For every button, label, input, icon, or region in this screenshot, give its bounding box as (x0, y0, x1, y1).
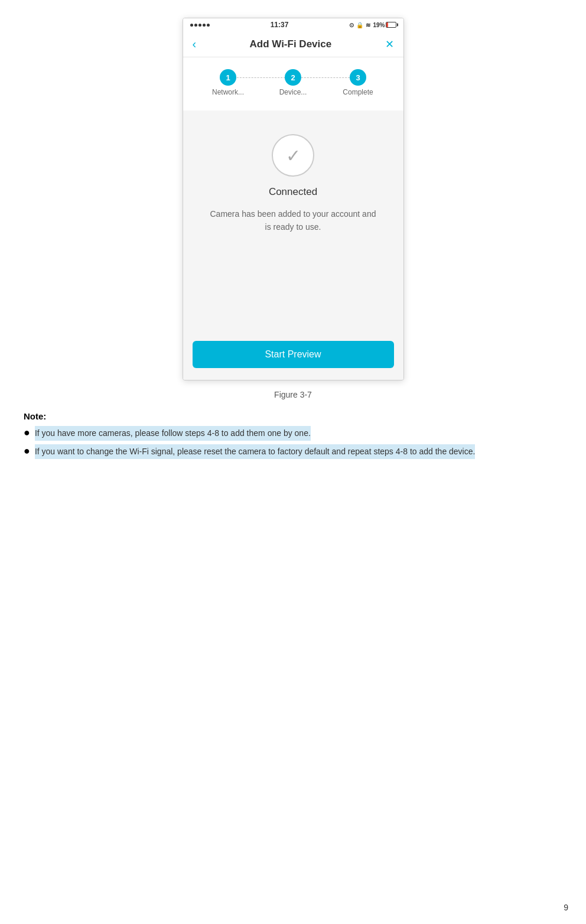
check-circle: ✓ (272, 134, 314, 177)
battery-percent: 19% (373, 22, 385, 28)
content-area: ✓ Connected Camera has been added to you… (183, 110, 403, 335)
back-button[interactable]: ‹ (193, 37, 197, 51)
status-time: 11:37 (271, 21, 289, 29)
step-1: 1 Network... (196, 69, 261, 96)
step-1-circle: 1 (220, 69, 236, 86)
nav-bar: ‹ Add Wi-Fi Device ✕ (183, 31, 403, 57)
status-bar: 11:37 ⊙ 🔒 ≋ 19% (183, 18, 403, 31)
note-item-1: ● If you have more cameras, please follo… (24, 426, 562, 441)
step-3-label: Complete (343, 88, 373, 96)
step-1-number: 1 (226, 73, 230, 82)
note-text-2: If you want to change the Wi-Fi signal, … (35, 444, 476, 459)
description-text: Camera has been added to your account an… (195, 207, 392, 234)
note-title: Note: (24, 411, 562, 421)
connected-status: Connected (269, 186, 317, 198)
bullet-2: ● (24, 443, 30, 459)
step-2: 2 Device... (261, 69, 325, 96)
bullet-1: ● (24, 425, 30, 441)
location-icon: ⊙ (349, 22, 354, 28)
wifi-icon: ≋ (366, 22, 370, 28)
step-2-circle: 2 (285, 69, 301, 86)
note-item-2: ● If you want to change the Wi-Fi signal… (24, 444, 562, 459)
close-button[interactable]: ✕ (385, 38, 394, 51)
step-1-label: Network... (212, 88, 244, 96)
checkmark-icon: ✓ (286, 145, 301, 166)
step-3-circle: 3 (350, 69, 366, 86)
steps-row: 1 Network... 2 Device... 3 Complete (193, 69, 394, 96)
page-number: 9 (564, 903, 568, 912)
note-list: ● If you have more cameras, please follo… (24, 426, 562, 459)
step-3: 3 Complete (325, 69, 390, 96)
battery-icon: 19% (373, 22, 396, 28)
button-area: Start Preview (183, 335, 403, 380)
note-text-1: If you have more cameras, please follow … (35, 426, 311, 441)
step-2-number: 2 (291, 73, 295, 82)
status-right-icons: ⊙ 🔒 ≋ 19% (349, 22, 396, 28)
step-3-number: 3 (356, 73, 360, 82)
note-section: Note: ● If you have more cameras, please… (0, 411, 586, 459)
signal-dots (190, 24, 210, 27)
figure-caption: Figure 3-7 (0, 390, 586, 399)
phone-screen: 11:37 ⊙ 🔒 ≋ 19% ‹ Add Wi-Fi Device ✕ (183, 18, 404, 380)
nav-title: Add Wi-Fi Device (249, 38, 331, 50)
start-preview-button[interactable]: Start Preview (193, 341, 394, 368)
steps-area: 1 Network... 2 Device... 3 Complete (183, 57, 403, 110)
lock-icon: 🔒 (356, 22, 363, 28)
step-2-label: Device... (279, 88, 307, 96)
